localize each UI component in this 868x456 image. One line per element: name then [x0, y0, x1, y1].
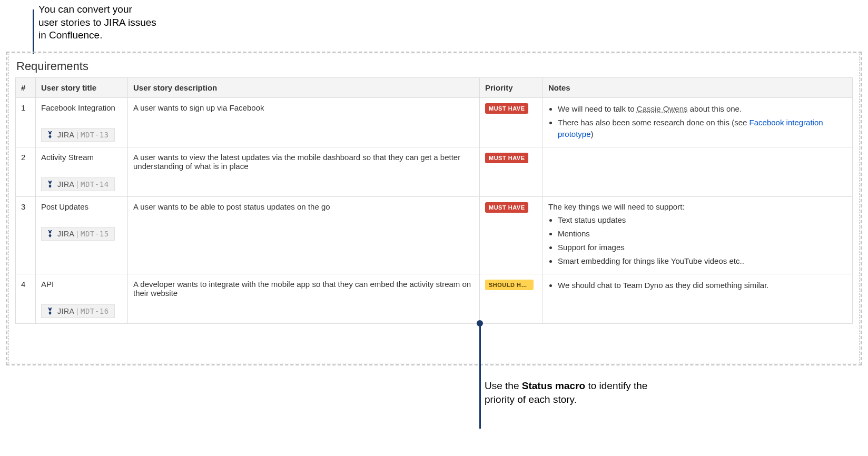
- macro-selection-frame: Requirements # User story title User sto…: [6, 52, 862, 365]
- status-badge: MUST HAVE: [485, 103, 528, 114]
- note-text: There has also been some research done o…: [558, 118, 749, 127]
- table-row: 4 API JIRA | MDT-16: [16, 274, 853, 324]
- note-item: We will need to talk to Cassie Owens abo…: [558, 103, 847, 115]
- col-header-priority: Priority: [480, 78, 543, 98]
- jira-icon: [46, 230, 54, 238]
- table-header-row: # User story title User story descriptio…: [16, 78, 853, 98]
- annotation-bottom-leader-line: [479, 323, 481, 429]
- jira-issue-key: MDT-14: [81, 180, 109, 189]
- story-title: Activity Stream: [41, 153, 122, 162]
- col-header-desc: User story description: [128, 78, 480, 98]
- note-text: about this one.: [688, 104, 742, 113]
- row-number: 4: [16, 274, 36, 324]
- cell-notes: We should chat to Team Dyno as they did …: [543, 274, 853, 324]
- svg-point-3: [51, 181, 52, 182]
- cell-priority: MUST HAVE: [480, 98, 543, 147]
- requirements-table: # User story title User story descriptio…: [15, 77, 853, 324]
- jira-icon: [46, 307, 54, 315]
- annotation-bottom-leader-dot: [477, 320, 483, 326]
- col-header-number: #: [16, 78, 36, 98]
- cell-notes: We will need to talk to Cassie Owens abo…: [543, 98, 853, 147]
- note-text: We will need to talk to: [558, 104, 637, 113]
- row-number: 3: [16, 197, 36, 274]
- cell-description: A user wants to sign up via Facebook: [128, 98, 480, 147]
- svg-point-7: [51, 308, 52, 309]
- svg-point-0: [48, 131, 49, 132]
- jira-icon: [46, 131, 54, 139]
- table-row: 2 Activity Stream JIRA | MDT-14: [16, 147, 853, 197]
- cell-title: Post Updates JIRA | MDT-15: [36, 197, 128, 274]
- jira-product-label: JIRA: [57, 131, 74, 139]
- annotation-bottom: Use the Status macro to identify the pri…: [485, 379, 653, 406]
- cell-notes: The key things we will need to support: …: [543, 197, 853, 274]
- cell-notes: [543, 147, 853, 197]
- svg-point-4: [48, 230, 49, 231]
- cell-description: A developer wants to integrate with the …: [128, 274, 480, 324]
- jira-product-label: JIRA: [57, 230, 74, 238]
- jira-issue-key: MDT-13: [81, 131, 109, 139]
- cell-description: A user wants to be able to post status u…: [128, 197, 480, 274]
- row-number: 1: [16, 98, 36, 147]
- cell-description: A user wants to view the latest updates …: [128, 147, 480, 197]
- story-title: Post Updates: [41, 202, 122, 211]
- annotation-top-line3: in Confluence.: [38, 29, 102, 41]
- story-title: Facebook Integration: [41, 103, 122, 112]
- status-badge: MUST HAVE: [485, 153, 528, 163]
- col-header-title: User story title: [36, 78, 128, 98]
- jira-issue-link[interactable]: JIRA | MDT-16: [41, 304, 115, 318]
- note-item: Support for images: [558, 242, 847, 253]
- requirements-panel: Requirements # User story title User sto…: [8, 54, 860, 363]
- jira-separator: |: [76, 180, 78, 189]
- annotation-bottom-pre: Use the: [485, 380, 522, 391]
- col-header-notes: Notes: [543, 78, 853, 98]
- user-mention[interactable]: Cassie Owens: [637, 104, 688, 113]
- annotation-bottom-bold: Status macro: [522, 380, 585, 391]
- annotation-top-line1: You can convert your: [38, 4, 132, 15]
- row-number: 2: [16, 147, 36, 197]
- svg-point-2: [48, 181, 49, 182]
- cell-title: API JIRA | MDT-16: [36, 274, 128, 324]
- annotation-top-line2: user stories to JIRA issues: [38, 17, 156, 28]
- note-item: We should chat to Team Dyno as they did …: [558, 280, 847, 291]
- jira-separator: |: [76, 307, 78, 315]
- cell-priority: MUST HAVE: [480, 147, 543, 197]
- jira-product-label: JIRA: [57, 307, 74, 315]
- annotation-top: You can convert your user stories to JIR…: [38, 3, 156, 42]
- jira-separator: |: [76, 131, 78, 139]
- cell-priority: MUST HAVE: [480, 197, 543, 274]
- jira-issue-link[interactable]: JIRA | MDT-13: [41, 128, 115, 142]
- story-title: API: [41, 280, 122, 289]
- status-badge: MUST HAVE: [485, 202, 528, 213]
- note-item: Mentions: [558, 228, 847, 240]
- table-row: 1 Facebook Integration JIRA | MDT-13: [16, 98, 853, 147]
- cell-title: Activity Stream JIRA | MDT-14: [36, 147, 128, 197]
- svg-point-5: [51, 230, 52, 231]
- jira-icon: [46, 180, 54, 189]
- section-title: Requirements: [16, 60, 853, 73]
- jira-issue-key: MDT-15: [81, 230, 109, 238]
- note-item: There has also been some research done o…: [558, 117, 847, 140]
- cell-priority: SHOULD HAVE: [480, 274, 543, 324]
- svg-point-6: [48, 308, 49, 309]
- svg-point-1: [51, 131, 52, 132]
- jira-separator: |: [76, 230, 78, 238]
- note-lead: The key things we will need to support:: [548, 202, 847, 211]
- jira-issue-link[interactable]: JIRA | MDT-15: [41, 227, 115, 241]
- cell-title: Facebook Integration JIRA | MDT-13: [36, 98, 128, 147]
- note-text: ): [591, 130, 594, 138]
- note-item: Text status updates: [558, 214, 847, 226]
- jira-issue-link[interactable]: JIRA | MDT-14: [41, 177, 115, 191]
- jira-issue-key: MDT-16: [81, 307, 109, 315]
- note-item: Smart embedding for things like YouTube …: [558, 255, 847, 267]
- status-badge: SHOULD HAVE: [485, 280, 534, 290]
- table-row: 3 Post Updates JIRA | MDT-15: [16, 197, 853, 274]
- jira-product-label: JIRA: [57, 180, 74, 189]
